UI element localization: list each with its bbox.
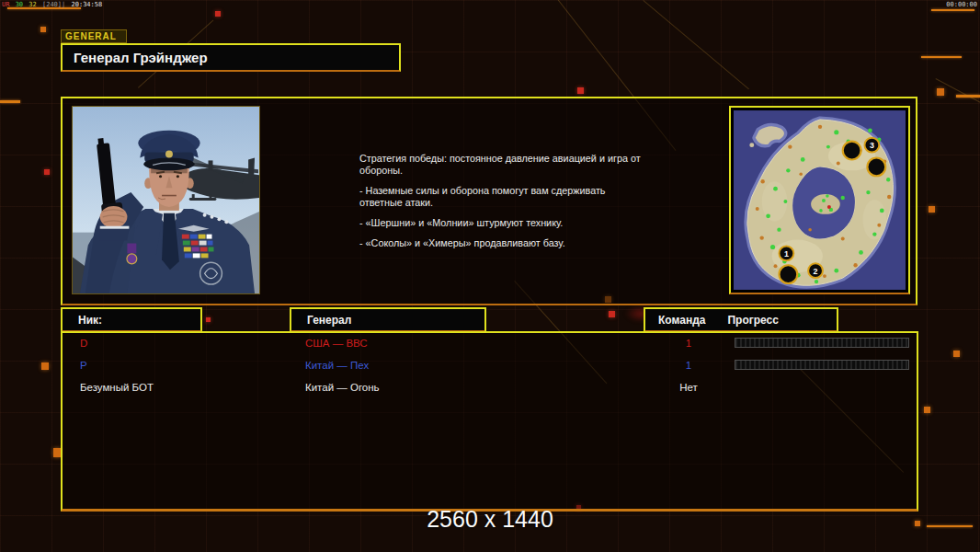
map-preview-image: 3 1 2	[734, 110, 906, 290]
decor-square	[44, 169, 50, 175]
player-general: США — ВВС	[305, 338, 368, 349]
perf-token: 30	[16, 1, 23, 8]
start-position-2: 2	[814, 267, 818, 276]
game-timer: 00:00:00	[946, 1, 977, 8]
general-name: Генерал Грэйнджер	[74, 50, 208, 65]
briefing-text: Стратегия победы: постоянное давление ав…	[359, 153, 649, 258]
decor-square	[215, 11, 221, 17]
decor-square	[924, 407, 930, 413]
decor-square	[609, 311, 615, 317]
resolution-watermark: 2560 x 1440	[0, 506, 980, 533]
performance-overlay: UR 30 32 [240]| 20:34:58	[2, 1, 104, 8]
general-header-label: Генерал	[307, 314, 351, 327]
player-nick: Безумный БОТ	[80, 382, 154, 393]
decor-line	[0, 100, 20, 103]
player-row: Безумный БОТКитай — ОгоньНет	[63, 377, 917, 399]
decor-line	[931, 9, 974, 11]
general-portrait-image	[73, 107, 259, 293]
decor-diagonal	[643, 0, 749, 89]
general-tab-label: GENERAL	[61, 29, 127, 43]
general-name-box: Генерал Грэйнджер	[61, 43, 401, 72]
nick-header-label: Ник:	[78, 314, 102, 327]
player-row: DСША — ВВС1	[63, 333, 917, 355]
progress-bar	[735, 338, 909, 348]
perf-token: [240]|	[42, 1, 65, 8]
decor-line	[921, 56, 962, 58]
decor-square	[937, 88, 944, 96]
perf-token: 20:34:58	[71, 1, 102, 8]
column-header-nick: Ник:	[61, 307, 202, 332]
decor-square	[53, 448, 61, 457]
decor-square	[577, 87, 584, 94]
start-position-1: 1	[784, 249, 789, 259]
player-nick: P	[80, 360, 87, 371]
players-panel: DСША — ВВС1PКитай — Пех1Безумный БОТКита…	[61, 331, 918, 512]
decor-square	[206, 317, 211, 322]
player-general: Китай — Пех	[305, 360, 369, 371]
perf-token: UR	[2, 1, 9, 8]
player-nick: D	[80, 338, 87, 349]
start-position-3: 3	[870, 141, 874, 150]
map-preview: 3 1 2	[729, 106, 910, 294]
player-team: 1	[661, 338, 716, 349]
player-general: Китай — Огонь	[305, 382, 380, 393]
briefing-paragraph: - «Шершни» и «Молнии» штурмуют технику.	[359, 217, 649, 229]
player-team: Нет	[661, 382, 716, 393]
briefing-paragraph: Стратегия победы: постоянное давление ав…	[359, 153, 649, 177]
progress-header-label: Прогресс	[727, 314, 778, 327]
player-row: PКитай — Пех1	[63, 355, 917, 377]
briefing-paragraph: - «Соколы» и «Химеры» продавливают базу.	[359, 237, 649, 249]
perf-token: 32	[28, 1, 36, 8]
progress-bar	[735, 360, 909, 370]
decor-square	[40, 27, 46, 32]
decor-square	[953, 351, 960, 357]
decor-diagonal	[936, 78, 980, 118]
game-lobby-screen: UR 30 32 [240]| 20:34:58 00:00:00 GENERA…	[0, 0, 980, 552]
decor-square	[929, 206, 935, 213]
briefing-paragraph: - Наземные силы и оборона помогут вам сд…	[359, 185, 649, 209]
general-portrait	[72, 106, 260, 294]
player-team: 1	[661, 360, 716, 371]
decor-square	[41, 362, 49, 370]
column-header-general: Генерал	[290, 307, 486, 332]
column-header-team-progress: Команда Прогресс	[644, 307, 838, 332]
team-header-label: Команда	[658, 314, 705, 327]
